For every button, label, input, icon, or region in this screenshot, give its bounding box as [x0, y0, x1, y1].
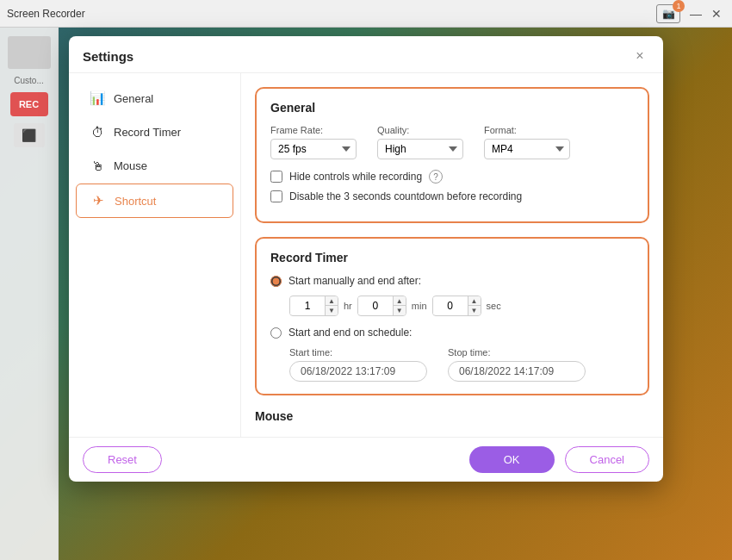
frame-rate-select[interactable]: 15 fps 20 fps 25 fps 30 fps 60 fps: [270, 139, 357, 159]
schedule-timer-option: Start and end on schedule:: [270, 327, 634, 339]
format-group: Format: MP4 MOV AVI GIF: [484, 125, 570, 159]
mouse-section-title: Mouse: [255, 409, 649, 423]
footer-right-buttons: OK Cancel: [469, 446, 649, 473]
general-icon: 📊: [90, 90, 105, 106]
settings-row: Frame Rate: 15 fps 20 fps 25 fps 30 fps …: [270, 125, 634, 159]
manual-timer-option: Start manually and end after:: [270, 275, 634, 287]
hr-label: hr: [344, 301, 352, 311]
dialog-title: Settings: [83, 49, 133, 64]
dialog-body: 📊 General ⏱ Record Timer 🖱 Mouse ✈ Short…: [69, 73, 663, 437]
sec-spinner: ▲ ▼: [432, 296, 481, 316]
cancel-button[interactable]: Cancel: [565, 446, 649, 473]
sidebar-item-record-timer-label: Record Timer: [114, 126, 181, 139]
min-up-arrow[interactable]: ▲: [394, 296, 406, 306]
sec-label: sec: [487, 301, 501, 311]
frame-rate-group: Frame Rate: 15 fps 20 fps 25 fps 30 fps …: [270, 125, 357, 159]
manual-timer-radio[interactable]: [270, 276, 282, 287]
min-spinner: ▲ ▼: [357, 296, 406, 316]
record-timer-section-card: Record Timer Start manually and end afte…: [255, 237, 649, 395]
sec-down-arrow[interactable]: ▼: [468, 306, 481, 315]
format-label: Format:: [484, 125, 570, 135]
sidebar: 📊 General ⏱ Record Timer 🖱 Mouse ✈ Short…: [69, 73, 241, 437]
min-arrows: ▲ ▼: [393, 296, 406, 315]
shortcut-icon: ✈: [90, 193, 106, 208]
record-timer-icon: ⏱: [90, 125, 105, 140]
hr-input[interactable]: [290, 297, 325, 314]
hide-controls-label: Hide controls while recording: [289, 171, 422, 183]
help-icon[interactable]: ?: [429, 170, 443, 184]
quality-group: Quality: Low Medium High Lossless: [377, 125, 463, 159]
frame-rate-label: Frame Rate:: [270, 125, 357, 135]
reset-button[interactable]: Reset: [83, 446, 162, 473]
manual-timer-label: Start manually and end after:: [288, 275, 421, 287]
app-title: Screen Recorder: [7, 8, 656, 20]
sidebar-item-mouse[interactable]: 🖱 Mouse: [76, 150, 233, 182]
schedule-timer-radio[interactable]: [270, 327, 282, 339]
camera-badge: 📷 1: [656, 4, 680, 23]
sidebar-item-general-label: General: [114, 92, 153, 105]
dialog-footer: Reset OK Cancel: [69, 437, 663, 482]
quality-select[interactable]: Low Medium High Lossless: [377, 139, 463, 159]
hr-down-arrow[interactable]: ▼: [326, 306, 338, 315]
general-section-title: General: [270, 101, 634, 115]
sec-input[interactable]: [433, 297, 468, 314]
title-bar-controls: 📷 1 — ✕: [656, 4, 725, 23]
minimize-button[interactable]: —: [687, 5, 704, 22]
stop-time-input[interactable]: [448, 361, 586, 382]
sidebar-item-record-timer[interactable]: ⏱ Record Timer: [76, 116, 233, 148]
start-time-input[interactable]: [289, 361, 427, 382]
title-bar: Screen Recorder 📷 1 — ✕: [0, 0, 732, 28]
min-label: min: [412, 301, 427, 311]
min-input[interactable]: [358, 297, 393, 314]
camera-badge-count: 1: [673, 0, 685, 12]
schedule-timer-label: Start and end on schedule:: [288, 327, 412, 339]
stop-time-group: Stop time:: [448, 347, 586, 382]
dialog-overlay: Settings × 📊 General ⏱ Record Timer 🖱 Mo…: [0, 28, 732, 560]
disable-countdown-label: Disable the 3 seconds countdown before r…: [289, 190, 522, 202]
timer-inputs: ▲ ▼ hr ▲ ▼ min: [289, 296, 634, 316]
start-time-label: Start time:: [289, 347, 427, 358]
ok-button[interactable]: OK: [469, 446, 555, 473]
stop-time-label: Stop time:: [448, 347, 586, 358]
hr-up-arrow[interactable]: ▲: [326, 296, 338, 306]
sidebar-item-mouse-label: Mouse: [114, 159, 147, 172]
hide-controls-row: Hide controls while recording ?: [270, 170, 634, 184]
sidebar-item-shortcut[interactable]: ✈ Shortcut: [76, 184, 233, 218]
sidebar-item-general[interactable]: 📊 General: [76, 82, 233, 115]
main-content: General Frame Rate: 15 fps 20 fps 25 fps…: [241, 73, 663, 437]
hide-controls-checkbox[interactable]: [270, 171, 282, 183]
sec-arrows: ▲ ▼: [468, 296, 481, 315]
disable-countdown-row: Disable the 3 seconds countdown before r…: [270, 190, 634, 202]
quality-label: Quality:: [377, 125, 463, 135]
record-timer-section-title: Record Timer: [270, 251, 634, 264]
disable-countdown-checkbox[interactable]: [270, 190, 282, 202]
sidebar-item-shortcut-label: Shortcut: [115, 195, 156, 208]
sec-up-arrow[interactable]: ▲: [468, 296, 481, 306]
dialog-close-button[interactable]: ×: [630, 47, 649, 65]
schedule-row: Start time: Stop time:: [289, 347, 634, 382]
settings-dialog: Settings × 📊 General ⏱ Record Timer 🖱 Mo…: [69, 36, 663, 482]
start-time-group: Start time:: [289, 347, 427, 382]
dialog-header: Settings ×: [69, 36, 663, 73]
hr-arrows: ▲ ▼: [325, 296, 338, 315]
mouse-icon: 🖱: [90, 159, 105, 173]
min-down-arrow[interactable]: ▼: [394, 306, 406, 315]
format-select[interactable]: MP4 MOV AVI GIF: [484, 139, 570, 159]
close-button[interactable]: ✕: [708, 5, 725, 22]
general-section-card: General Frame Rate: 15 fps 20 fps 25 fps…: [255, 87, 649, 223]
hr-spinner: ▲ ▼: [289, 296, 338, 316]
